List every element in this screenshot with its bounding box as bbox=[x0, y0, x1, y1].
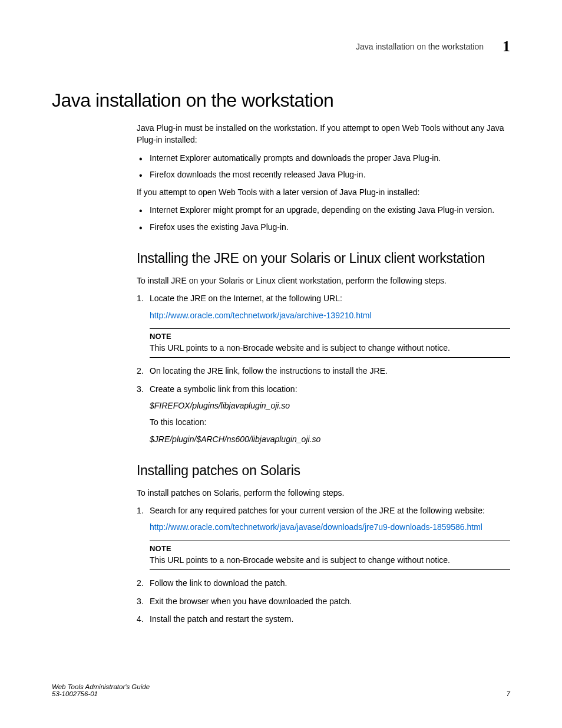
step-item: Create a symbolic link from this locatio… bbox=[137, 383, 510, 445]
list-item: Internet Explorer automatically prompts … bbox=[137, 152, 510, 164]
footer-docnum: 53-1002756-01 bbox=[52, 690, 150, 697]
step-item: Follow the link to download the patch. bbox=[137, 577, 510, 589]
code-path: $JRE/plugin/$ARCH/ns600/libjavaplugin_oj… bbox=[150, 433, 510, 445]
intro-paragraph-1: Java Plug-in must be installed on the wo… bbox=[137, 122, 510, 146]
steps-list-jre: Locate the JRE on the Internet, at the f… bbox=[137, 292, 510, 445]
step-item: Install the patch and restart the system… bbox=[137, 613, 510, 625]
note-label: NOTE bbox=[150, 331, 510, 342]
note-label: NOTE bbox=[150, 543, 510, 555]
footer-left: Web Tools Administrator's Guide 53-10027… bbox=[52, 683, 150, 697]
section3-intro: To install patches on Solaris, perform t… bbox=[137, 487, 510, 499]
chapter-number: 1 bbox=[503, 38, 510, 55]
bullet-list-2: Internet Explorer might prompt for an up… bbox=[137, 204, 510, 233]
step-item: Search for any required patches for your… bbox=[137, 505, 510, 570]
section-heading-patches: Installing patches on Solaris bbox=[137, 463, 510, 479]
running-header-text: Java installation on the workstation bbox=[356, 42, 484, 51]
step-text: Create a symbolic link from this locatio… bbox=[150, 384, 297, 394]
external-link[interactable]: http://www.oracle.com/technetwork/java/j… bbox=[150, 521, 510, 533]
list-item: Internet Explorer might prompt for an up… bbox=[137, 204, 510, 216]
step-text: Search for any required patches for your… bbox=[150, 506, 485, 515]
list-item: Firefox downloads the most recently rele… bbox=[137, 169, 510, 180]
step-item: On locating the JRE link, follow the ins… bbox=[137, 365, 510, 377]
section-heading-jre: Installing the JRE on your Solaris or Li… bbox=[137, 251, 510, 266]
page-title: Java installation on the workstation bbox=[52, 90, 510, 111]
note-text: This URL points to a non-Brocade website… bbox=[150, 342, 510, 354]
footer-title: Web Tools Administrator's Guide bbox=[52, 683, 150, 690]
steps-list-patches: Search for any required patches for your… bbox=[137, 505, 510, 625]
section2-intro: To install JRE on your Solaris or Linux … bbox=[137, 275, 510, 286]
running-header: Java installation on the workstation 1 bbox=[52, 38, 510, 55]
external-link[interactable]: http://www.oracle.com/technetwork/java/a… bbox=[150, 309, 510, 321]
list-item: Firefox uses the existing Java Plug-in. bbox=[137, 221, 510, 233]
note-block: NOTE This URL points to a non-Brocade we… bbox=[150, 541, 510, 570]
step-subtext: To this location: bbox=[150, 416, 510, 428]
note-text: This URL points to a non-Brocade website… bbox=[150, 555, 510, 566]
step-text: Locate the JRE on the Internet, at the f… bbox=[150, 294, 342, 303]
page-footer: Web Tools Administrator's Guide 53-10027… bbox=[52, 683, 510, 697]
note-block: NOTE This URL points to a non-Brocade we… bbox=[150, 328, 510, 358]
intro-paragraph-2: If you attempt to open Web Tools with a … bbox=[137, 186, 510, 198]
step-item: Locate the JRE on the Internet, at the f… bbox=[137, 292, 510, 358]
step-item: Exit the browser when you have downloade… bbox=[137, 595, 510, 607]
code-path: $FIREFOX/plugins/libjavaplugin_oji.so bbox=[150, 400, 510, 411]
footer-page-number: 7 bbox=[507, 690, 510, 697]
bullet-list-1: Internet Explorer automatically prompts … bbox=[137, 152, 510, 181]
